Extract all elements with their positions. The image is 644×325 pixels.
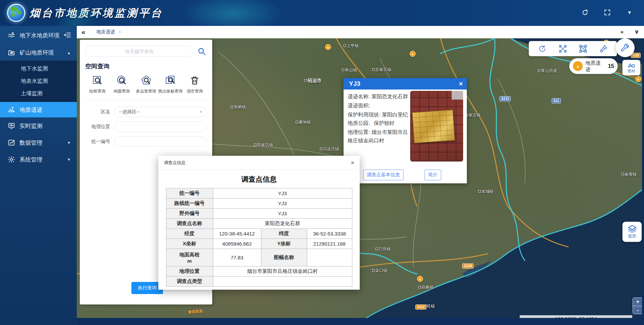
map-place-label: 阜山镇 — [342, 67, 357, 73]
sidebar-item-mine-geo-env[interactable]: 矿山地质环境 ▲ — [0, 45, 77, 61]
zoom-out-button[interactable]: - — [633, 306, 642, 314]
table-value-cell — [307, 249, 352, 266]
monitor-icon — [7, 122, 15, 130]
table-value-cell: 4085946.662 — [213, 239, 261, 249]
tab-dropdown-icon[interactable]: ∨ — [629, 26, 644, 38]
gear-icon — [7, 155, 15, 164]
table-row: 路线统一编号YJ3 — [166, 198, 352, 209]
polygon-query-button[interactable]: 多边形查询 — [134, 75, 158, 94]
measure-distance-button[interactable] — [557, 43, 569, 55]
survey-point-table: 统一编号YJ3路线统一编号YJ3野外编号YJ3调查点名称莱阳恐龙化石群经度120… — [166, 188, 352, 287]
sidebar-item-data-mgmt[interactable]: 数据管理 ▼ — [0, 134, 77, 151]
collapse-caret-icon[interactable]: ▲ — [67, 51, 71, 55]
table-row: 经度120-38-45.4412纬度36-52-53.3338 — [166, 229, 352, 239]
table-value-cell: YJ3 — [213, 188, 352, 198]
popup-fields: 遗迹名称莱阳恐龙化石群遗迹面积保护利用现状莱阳白垩纪地质公园、保护较好地理位置烟… — [348, 92, 412, 145]
geoheritage-count-pill[interactable]: ▲ 地质遗迹 15 — [569, 58, 618, 74]
sidebar-item-system-mgmt[interactable]: 系统管理 ▼ — [0, 151, 77, 168]
table-value-cell: 莱阳恐龙化石群 — [213, 219, 352, 229]
history-rotate-button[interactable] — [537, 43, 548, 55]
clear-brush-button[interactable] — [598, 43, 609, 55]
box-query-button[interactable]: 拉框查询 — [85, 75, 109, 94]
refresh-icon[interactable] — [580, 7, 590, 17]
table-row: 调查点名称莱阳恐龙化石群 — [166, 219, 352, 229]
sidebar-subitem[interactable]: 地下水监测 — [0, 63, 77, 75]
popup-field: 遗迹名称莱阳恐龙化石群 — [348, 92, 412, 101]
expand-caret-icon[interactable]: ▼ — [67, 157, 71, 161]
fullscreen-icon[interactable] — [602, 7, 612, 17]
sidebar-subitem[interactable]: 土壤监测 — [0, 87, 77, 100]
expand-caret-icon[interactable]: ▼ — [67, 141, 71, 145]
road-shield-badge: S11 — [552, 98, 561, 103]
table-value-cell: 77.83 — [213, 249, 261, 266]
search-icon[interactable] — [197, 46, 207, 57]
map-place-label: 金口镇 — [372, 268, 387, 274]
keyword-search-input[interactable] — [85, 46, 193, 57]
feature-popup: YJ3 × 遗迹名称莱阳恐龙化石群遗迹面积保护利用现状莱阳白垩纪地质公园、保护较… — [344, 78, 467, 183]
vertex-query-button[interactable]: 拐点坐标查询 — [158, 75, 183, 94]
panel-collapse-icon[interactable]: « — [77, 26, 90, 38]
location-input[interactable] — [114, 121, 207, 132]
geoheritage-marker[interactable]: ▲ — [325, 44, 331, 50]
table-header-cell: 野外编号 — [166, 209, 213, 219]
table-header-cell: X坐标 — [166, 239, 213, 249]
sidebar-item-groundwater-env[interactable]: 地下水地质环境 — [0, 26, 77, 45]
sidebar-item-geoheritage-active[interactable]: 地质遗迹 — [0, 102, 77, 117]
table-header-cell: 纬度 — [261, 229, 307, 239]
geoheritage-marker[interactable]: ▲ — [635, 76, 641, 82]
geoheritage-count: 15 — [608, 63, 614, 69]
sidebar-item-realtime[interactable]: 实时监测 — [0, 117, 77, 134]
map-place-label: 田横镇 — [418, 285, 433, 290]
table-header-cell: 调查点类型 — [166, 277, 213, 287]
popup-action-button[interactable]: 简介 — [424, 170, 441, 180]
measure-area-button[interactable] — [577, 43, 589, 55]
chart-edit-icon — [7, 139, 15, 147]
district-select[interactable] — [114, 107, 207, 117]
popup-close-icon[interactable]: × — [459, 80, 463, 87]
survey-point-dialog: 调查点信息 × 调查点信息 统一编号YJ3路线统一编号YJ3野外编号YJ3调查点… — [158, 156, 360, 290]
layers-button[interactable]: 图层 — [622, 222, 642, 242]
app-root: 烟台市地质环境监测平台 ▼ 地下水地质环境 矿山地质环境 — [0, 0, 644, 325]
map-toolbar — [529, 41, 617, 56]
code-input[interactable] — [114, 136, 207, 147]
code-label: 统一编号 — [85, 139, 114, 145]
legend-button[interactable]: 图例 — [622, 60, 640, 75]
tab-geoheritage[interactable]: 地质遗迹 × — [90, 26, 128, 38]
map-place-label: 招远市 — [304, 78, 322, 84]
zoom-control: + - — [633, 297, 642, 314]
table-value-cell — [213, 277, 352, 287]
table-header-cell: Y坐标 — [261, 239, 307, 249]
road-shield-badge: X112 — [415, 304, 426, 310]
zoom-in-button[interactable]: + — [633, 298, 642, 306]
tab-overflow-icon[interactable]: » — [614, 26, 629, 38]
table-row: 统一编号YJ3 — [166, 188, 352, 198]
sidebar: 地下水地质环境 矿山地质环境 ▲ 地下水监测地表水监测土壤监测 地质遗迹 — [0, 26, 77, 325]
app-logo-icon — [7, 4, 25, 22]
polygon-query-icon — [141, 75, 152, 86]
sidebar-subitem[interactable]: 地表水监测 — [0, 75, 77, 87]
clear-query-button[interactable]: 清空查询 — [183, 75, 207, 94]
geoheritage-marker[interactable]: ▲ — [410, 51, 416, 57]
user-dropdown-icon[interactable]: ▼ — [624, 7, 635, 17]
table-value-cell: 120-38-45.4412 — [213, 229, 261, 239]
popup-field: 保护利用现状莱阳白垩纪地质公园、保护较好 — [348, 110, 412, 127]
geoheritage-pill-icon: ▲ — [573, 61, 583, 71]
popup-title: YJ3 — [349, 80, 360, 87]
table-value-cell: 36-52-53.3338 — [307, 229, 352, 239]
dialog-close-icon[interactable]: × — [351, 159, 354, 166]
menu-fold-icon[interactable] — [64, 32, 71, 38]
table-row: 地理位置烟台市莱阳市吕格庄镇金岗口村 — [166, 266, 352, 277]
geoheritage-marker[interactable]: ▲ — [417, 276, 423, 282]
tab-close-icon[interactable]: × — [119, 29, 121, 35]
popup-field: 遗迹面积 — [348, 101, 412, 110]
site-photo[interactable] — [410, 91, 463, 161]
map-tools-wrench-button[interactable] — [616, 38, 635, 57]
app-title: 烟台市地质环境监测平台 — [30, 6, 163, 20]
circle-query-button[interactable]: 画圆查询 — [109, 75, 134, 94]
table-row: 地面高程 m77.83图幅名称 — [166, 249, 352, 266]
popup-action-button[interactable]: 调查点基本信息 — [363, 170, 404, 180]
popup-header: YJ3 × — [344, 78, 467, 89]
popup-field: 地理位置烟台市莱阳市吕格庄镇金岗口村 — [348, 128, 412, 145]
table-row: 野外编号YJ3 — [166, 209, 352, 219]
location-label: 地理位置 — [85, 124, 114, 130]
